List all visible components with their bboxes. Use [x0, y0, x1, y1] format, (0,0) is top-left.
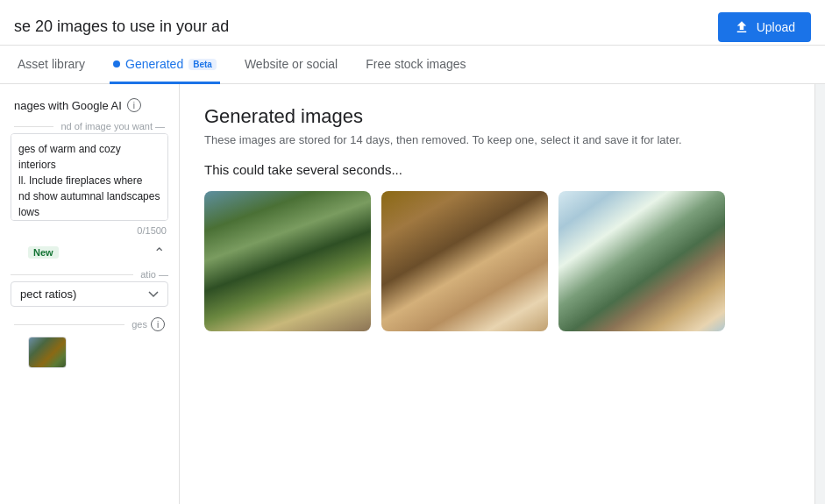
images-grid: [204, 191, 790, 331]
info-icon[interactable]: i: [127, 98, 141, 112]
generated-image-3[interactable]: [558, 191, 725, 331]
beta-badge: Beta: [188, 59, 217, 70]
images-label: ges i: [0, 314, 179, 333]
left-sidebar: nages with Google AI i nd of image you w…: [0, 84, 180, 504]
new-badge: New: [28, 246, 59, 259]
page-title: se 20 images to use in your ad: [14, 18, 229, 36]
loading-text: This could take several seconds...: [204, 162, 790, 177]
main-layout: nages with Google AI i nd of image you w…: [0, 84, 825, 504]
tab-free-stock-label: Free stock images: [366, 57, 466, 71]
tab-website-or-social[interactable]: Website or social: [241, 46, 341, 84]
upload-icon: [734, 19, 750, 35]
prompt-textarea[interactable]: [11, 133, 168, 221]
generated-images-subtitle: These images are stored for 14 days, the…: [204, 133, 790, 146]
reference-image[interactable]: [28, 337, 67, 368]
aspect-ratio-label: atio —: [11, 269, 168, 280]
prompt-label: nd of image you want —: [0, 116, 179, 133]
upload-button[interactable]: Upload: [718, 12, 811, 42]
generated-image-2[interactable]: [381, 191, 548, 331]
upload-label: Upload: [757, 20, 795, 34]
reference-image-container: [0, 333, 179, 374]
tab-bar: Asset library Generated Beta Website or …: [0, 46, 825, 84]
tab-website-label: Website or social: [245, 57, 338, 71]
new-badge-row: New ⌃: [0, 236, 179, 269]
active-dot-icon: [113, 60, 120, 67]
aspect-ratio-select[interactable]: pect ratios) 1:1 (Square) 16:9 (Landscap…: [11, 281, 168, 307]
char-count: 0/1500: [0, 224, 179, 236]
generated-images-title: Generated images: [204, 105, 790, 128]
tab-generated-label: Generated: [125, 57, 183, 71]
tab-asset-library-label: Asset library: [18, 57, 85, 71]
aspect-ratio-section: atio — pect ratios) 1:1 (Square) 16:9 (L…: [0, 269, 179, 314]
tab-asset-library[interactable]: Asset library: [14, 46, 89, 84]
main-content: Generated images These images are stored…: [180, 84, 814, 504]
top-header: se 20 images to use in your ad Upload: [0, 0, 825, 46]
tab-generated[interactable]: Generated Beta: [110, 46, 220, 84]
tab-free-stock-images[interactable]: Free stock images: [362, 46, 469, 84]
collapse-icon[interactable]: ⌃: [153, 245, 165, 261]
images-info-icon[interactable]: i: [151, 317, 165, 331]
generated-image-1[interactable]: [204, 191, 371, 331]
right-strip: [814, 84, 825, 504]
sidebar-ai-title: nages with Google AI i: [0, 95, 179, 116]
sidebar-ai-title-text: nages with Google AI: [14, 99, 122, 112]
